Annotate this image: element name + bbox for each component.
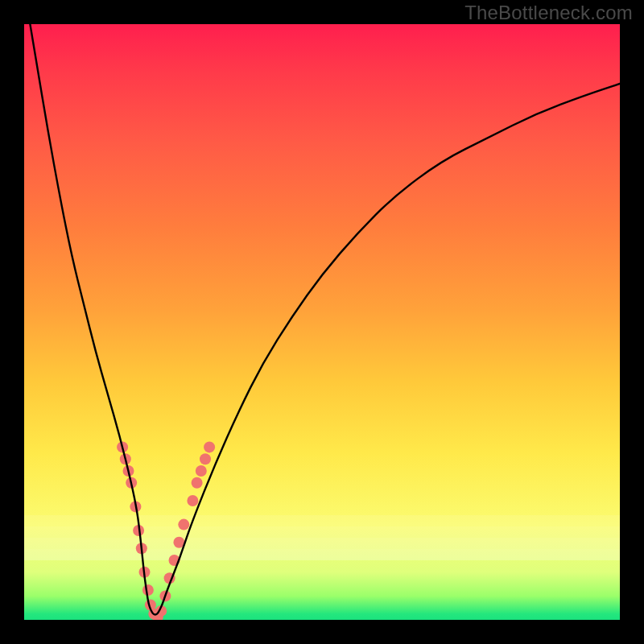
- gradient-background: [24, 24, 620, 620]
- chart-frame: TheBottleneck.com: [0, 0, 644, 644]
- watermark-text: TheBottleneck.com: [464, 2, 633, 24]
- plot-area: [24, 24, 620, 620]
